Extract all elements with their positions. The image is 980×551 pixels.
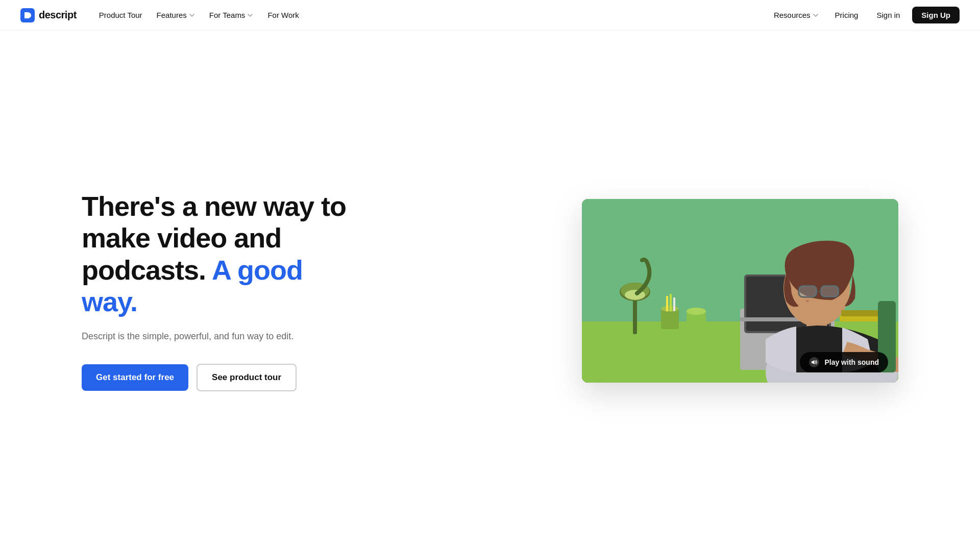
nav-item-for-teams[interactable]: For Teams <box>203 7 260 23</box>
chevron-down-icon <box>247 12 253 18</box>
hero-video[interactable]: Play with sound <box>582 199 898 383</box>
hero-subtitle: Descript is the simple, powerful, and fu… <box>82 330 347 343</box>
nav-item-resources[interactable]: Resources <box>768 7 825 23</box>
nav-item-pricing[interactable]: Pricing <box>829 7 865 23</box>
svg-rect-12 <box>670 294 672 311</box>
sign-up-button[interactable]: Sign Up <box>912 7 960 23</box>
navbar: descript Product Tour Features For Teams… <box>0 0 980 31</box>
svg-point-15 <box>687 308 706 315</box>
hero-buttons: Get started for free See product tour <box>82 364 347 391</box>
hero-section: There's a new way to make video and podc… <box>0 31 980 551</box>
sound-icon <box>809 357 819 367</box>
nav-item-features[interactable]: Features <box>151 7 201 23</box>
nav-item-for-work[interactable]: For Work <box>261 7 305 23</box>
navbar-left: descript Product Tour Features For Teams… <box>20 7 305 23</box>
svg-rect-30 <box>841 310 879 316</box>
play-with-sound-button[interactable]: Play with sound <box>800 352 888 372</box>
svg-point-27 <box>806 300 809 302</box>
chevron-down-icon <box>813 12 819 18</box>
svg-rect-1 <box>24 12 26 18</box>
sign-in-button[interactable]: Sign in <box>868 7 908 23</box>
svg-rect-13 <box>673 297 675 311</box>
see-product-tour-button[interactable]: See product tour <box>197 364 297 391</box>
hero-content: There's a new way to make video and podc… <box>82 190 347 391</box>
svg-rect-26 <box>821 286 839 297</box>
nav-links: Product Tour Features For Teams For Work <box>93 7 305 23</box>
svg-rect-25 <box>799 286 817 297</box>
volume-icon <box>811 359 818 366</box>
play-sound-label: Play with sound <box>824 358 879 366</box>
hero-title: There's a new way to make video and podc… <box>82 190 347 317</box>
logo-text: descript <box>39 9 77 21</box>
nav-item-product-tour[interactable]: Product Tour <box>93 7 149 23</box>
logo[interactable]: descript <box>20 8 77 22</box>
navbar-right: Resources Pricing Sign in Sign Up <box>768 7 960 23</box>
svg-rect-9 <box>661 309 679 329</box>
svg-rect-11 <box>666 296 668 311</box>
chevron-down-icon <box>189 12 195 18</box>
get-started-button[interactable]: Get started for free <box>82 364 188 391</box>
logo-icon <box>20 8 35 22</box>
